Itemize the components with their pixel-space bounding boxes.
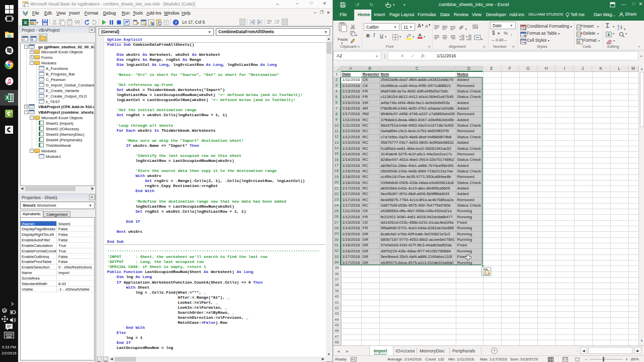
svg-text:?: ?: [175, 20, 177, 25]
svg-text:▾: ▾: [489, 272, 490, 275]
svg-text:X: X: [24, 20, 27, 25]
svg-text:X: X: [6, 95, 9, 101]
svg-text:ab: ab: [459, 24, 464, 30]
